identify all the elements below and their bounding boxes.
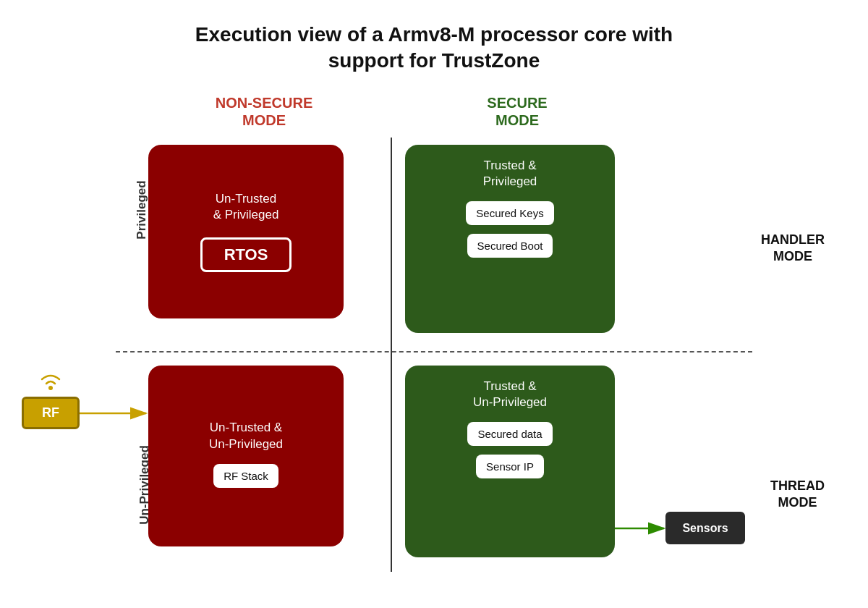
trusted-unpriv-label: Trusted &Un-Privileged	[473, 379, 547, 410]
horizontal-divider	[116, 351, 752, 352]
non-secure-mode-label: NON-SECUREMODE	[166, 94, 362, 129]
rf-box: RF	[22, 397, 80, 429]
rfstack-box: RF Stack	[213, 464, 278, 488]
sensor-ip-box: Sensor IP	[476, 455, 544, 478]
secured-boot-box: Secured Boot	[467, 234, 553, 258]
untrusted-unprivileged-box: Un-Trusted &Un-Privileged RF Stack	[148, 366, 344, 546]
secured-keys-box: Secured Keys	[466, 201, 553, 225]
thread-mode-label: THREADMODE	[770, 478, 825, 512]
handler-mode-label: HANDLERMODE	[761, 232, 825, 266]
secure-mode-label: SECUREMODE	[420, 94, 615, 129]
rtos-box: Un-Trusted& Privileged RTOS	[148, 145, 344, 318]
trusted-unprivileged-box: Trusted &Un-Privileged Secured data Sens…	[405, 366, 615, 557]
diagram: NON-SECUREMODE SECUREMODE Privileged Un-…	[36, 94, 832, 586]
rtos-inner-label: RTOS	[200, 237, 292, 272]
privileged-label: Privileged	[135, 180, 149, 239]
wifi-icon	[33, 368, 69, 397]
rtos-box-label: Un-Trusted& Privileged	[213, 191, 279, 223]
page-title: Execution view of a Armv8-M processor co…	[0, 0, 868, 75]
secured-data-box: Secured data	[467, 422, 552, 446]
svg-point-0	[48, 386, 53, 390]
trusted-privileged-box: Trusted &Privileged Secured Keys Secured…	[405, 145, 615, 333]
trusted-priv-label: Trusted &Privileged	[483, 158, 537, 190]
sensors-box: Sensors	[665, 512, 745, 544]
untrusted-unpriv-label: Un-Trusted &Un-Privileged	[209, 420, 283, 452]
vertical-divider	[391, 138, 392, 572]
